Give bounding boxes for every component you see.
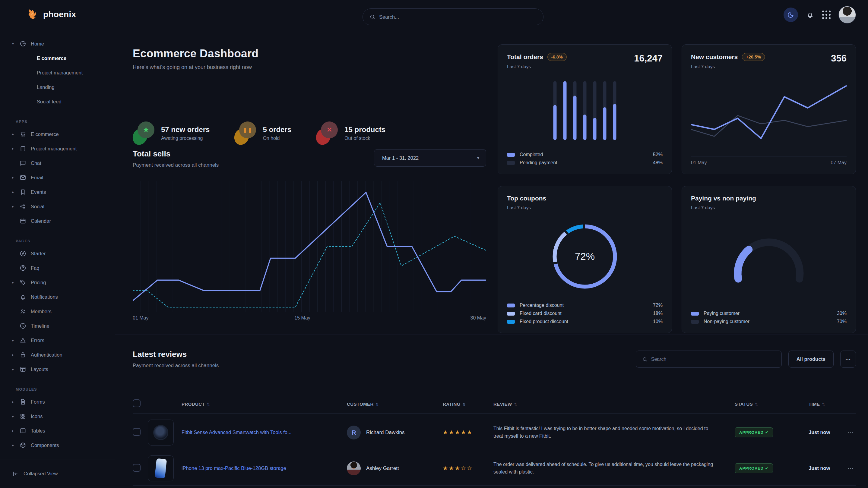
reviews-search[interactable] bbox=[636, 351, 782, 368]
column-header-status[interactable]: STATUS⇅ bbox=[735, 401, 809, 406]
sidebar-item-authentication[interactable]: ▸ Authentication bbox=[0, 348, 115, 362]
grid-icon bbox=[19, 413, 27, 420]
share-icon bbox=[19, 203, 27, 210]
calendar-icon bbox=[19, 217, 27, 225]
sidebar-item-label: Email bbox=[31, 175, 43, 181]
sidebar-item-label: Icons bbox=[31, 414, 42, 419]
sidebar-item-e-commerce[interactable]: ▸ E commerce bbox=[0, 127, 115, 141]
sidebar-item-notifications[interactable]: Notifications bbox=[0, 290, 115, 304]
sidebar-item-timeline[interactable]: Timeline bbox=[0, 319, 115, 333]
product-thumbnail bbox=[148, 420, 174, 446]
apps-grid-icon[interactable] bbox=[822, 10, 831, 19]
sidebar-item-home[interactable]: ▾ Home bbox=[0, 36, 115, 51]
sidebar-item-label: Pricing bbox=[31, 280, 46, 286]
sidebar-item-tables[interactable]: ▸ Tables bbox=[0, 423, 115, 438]
legend-value: 52% bbox=[653, 152, 662, 157]
select-all-checkbox[interactable] bbox=[133, 399, 141, 407]
theme-toggle-button[interactable] bbox=[783, 7, 798, 22]
legend-row: Percentage discount 72% bbox=[507, 303, 662, 308]
bell-icon bbox=[806, 10, 814, 19]
x-axis-label: 15 May bbox=[294, 315, 310, 321]
legend-swatch bbox=[691, 312, 699, 316]
sidebar-item-label: Faq bbox=[31, 265, 39, 271]
total-orders-card: Total orders -6.8% Last 7 days 16,247 Co… bbox=[498, 44, 672, 174]
more-options-button[interactable]: ⋯ bbox=[840, 351, 856, 368]
sidebar-subitem-e-commerce[interactable]: E commerce bbox=[0, 51, 115, 65]
new-customers-chart bbox=[691, 69, 846, 156]
total-sells-chart: 01 May15 May30 May bbox=[133, 181, 486, 323]
legend-row: Paying customer 30% bbox=[691, 311, 846, 316]
sidebar-item-pricing[interactable]: ▸ Pricing bbox=[0, 275, 115, 290]
compass-icon bbox=[19, 250, 27, 257]
caret-down-icon: ▾ bbox=[12, 42, 19, 46]
sidebar-item-email[interactable]: ▸ Email bbox=[0, 170, 115, 185]
sidebar-subitem-landing[interactable]: Landing bbox=[0, 80, 115, 94]
tag-icon bbox=[19, 279, 27, 286]
customer-name: Richard Dawkins bbox=[366, 429, 405, 435]
sidebar-item-forms[interactable]: ▸ Forms bbox=[0, 395, 115, 409]
stat-label: 15 products bbox=[344, 125, 385, 134]
sidebar-subitem-project-management[interactable]: Project management bbox=[0, 65, 115, 80]
sidebar-item-components[interactable]: ▸ Components bbox=[0, 438, 115, 452]
collapsed-view-toggle[interactable]: Collapsed View bbox=[0, 459, 115, 488]
sort-icon: ⇅ bbox=[463, 402, 466, 406]
sidebar-item-calendar[interactable]: Calendar bbox=[0, 214, 115, 228]
summary-cards: Total orders -6.8% Last 7 days 16,247 Co… bbox=[498, 44, 856, 333]
sidebar-item-errors[interactable]: ▸ Errors bbox=[0, 333, 115, 348]
chevron-down-icon: ▾ bbox=[477, 156, 479, 160]
user-avatar[interactable] bbox=[838, 6, 856, 24]
sidebar-nav: ▾ HomeE commerceProject managementLandin… bbox=[0, 36, 115, 452]
sidebar-item-chat[interactable]: Chat bbox=[0, 156, 115, 170]
search-input[interactable] bbox=[379, 14, 536, 20]
column-header-review[interactable]: REVIEW⇅ bbox=[493, 401, 735, 406]
table-row: Fitbit Sense Advanced Smartwatch with To… bbox=[133, 414, 856, 451]
help-icon bbox=[19, 264, 27, 271]
card-period: Last 7 days bbox=[691, 205, 756, 210]
total-sells-title: Total sells bbox=[133, 149, 219, 159]
customer-avatar bbox=[347, 461, 361, 475]
row-menu-dots-icon[interactable]: ⋯ bbox=[847, 465, 854, 472]
legend-value: 10% bbox=[653, 319, 662, 324]
row-menu-dots-icon[interactable]: ⋯ bbox=[847, 429, 854, 436]
paying-legend: Paying customer 30% Non-paying customer … bbox=[691, 311, 846, 324]
sidebar-item-faq[interactable]: Faq bbox=[0, 261, 115, 275]
sidebar-item-label: Timeline bbox=[31, 323, 50, 329]
sidebar-subitem-social-feed[interactable]: Social feed bbox=[0, 94, 115, 109]
product-link[interactable]: Fitbit Sense Advanced Smartwatch with To… bbox=[182, 429, 292, 435]
sidebar-item-icons[interactable]: ▸ Icons bbox=[0, 409, 115, 423]
row-checkbox[interactable] bbox=[133, 428, 141, 436]
paying-card: Paying vs non paying Last 7 days Paying … bbox=[682, 186, 856, 333]
column-header-customer[interactable]: CUSTOMER⇅ bbox=[347, 401, 443, 406]
sort-icon: ⇅ bbox=[376, 402, 379, 406]
brand-logo[interactable]: phoenix bbox=[27, 8, 76, 21]
product-thumbnail bbox=[148, 455, 174, 481]
sidebar-item-starter[interactable]: Starter bbox=[0, 246, 115, 261]
column-header-rating[interactable]: RATING⇅ bbox=[443, 401, 493, 406]
legend-label: Fixed product discount bbox=[520, 319, 568, 324]
all-products-button[interactable]: All products bbox=[788, 351, 834, 368]
sidebar-item-label: Forms bbox=[31, 399, 45, 405]
card-title: Total orders bbox=[507, 53, 543, 61]
sidebar-item-members[interactable]: Members bbox=[0, 304, 115, 319]
row-checkbox[interactable] bbox=[133, 464, 141, 472]
column-header-time[interactable]: TIME⇅ bbox=[809, 401, 847, 406]
search-icon bbox=[642, 357, 648, 362]
global-search[interactable] bbox=[363, 8, 544, 25]
stat-label: 57 new orders bbox=[161, 125, 210, 134]
caret-right-icon: ▸ bbox=[12, 443, 19, 447]
sidebar-item-label: Chat bbox=[31, 160, 41, 166]
sidebar-item-social[interactable]: ▸ Social bbox=[0, 199, 115, 214]
sidebar-item-label: Events bbox=[31, 189, 46, 195]
sidebar-item-project-management[interactable]: ▸ Project management bbox=[0, 141, 115, 156]
sort-icon: ⇅ bbox=[514, 402, 517, 406]
reviews-search-input[interactable] bbox=[651, 357, 775, 362]
date-range-select[interactable]: Mar 1 - 31, 2022 ▾ bbox=[374, 149, 486, 167]
stat-sublabel: Out of stock bbox=[344, 136, 385, 141]
column-header-product[interactable]: PRODUCT⇅ bbox=[182, 401, 347, 406]
sort-icon: ⇅ bbox=[822, 402, 825, 406]
sidebar-item-events[interactable]: ▸ Events bbox=[0, 185, 115, 199]
sidebar-item-layouts[interactable]: ▸ Layouts bbox=[0, 362, 115, 377]
notifications-button[interactable] bbox=[806, 10, 814, 19]
review-time: Just now bbox=[809, 465, 847, 471]
product-link[interactable]: iPhone 13 pro max-Pacific Blue-128GB sto… bbox=[182, 465, 286, 471]
